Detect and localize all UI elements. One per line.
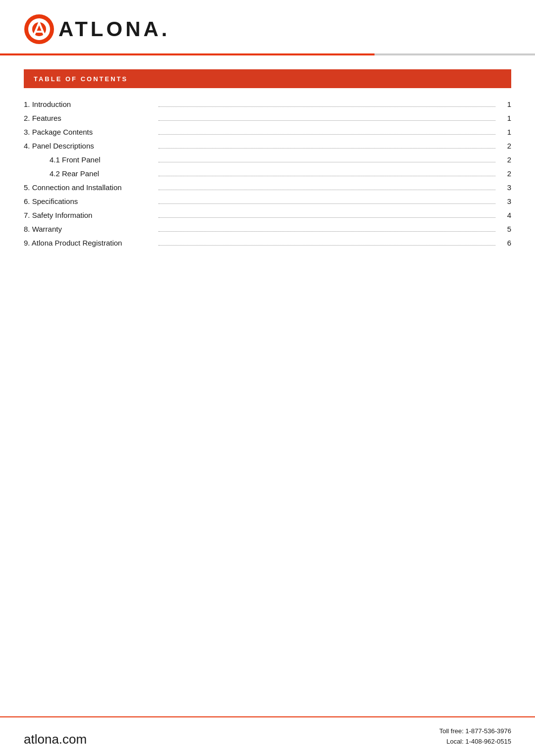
toc-row-3: 3. Package Contents 1 xyxy=(24,128,511,137)
toc-dots-8 xyxy=(159,231,495,232)
toc-page-3: 1 xyxy=(501,128,511,136)
toc-label-1: 1. Introduction xyxy=(24,100,153,108)
toc-dots-5 xyxy=(159,190,495,190)
toc-dots-7 xyxy=(159,217,495,218)
toc-dots-9 xyxy=(159,245,495,246)
toc-row-4: 4. Panel Descriptions 2 xyxy=(24,142,511,151)
toc-row-5: 5. Connection and Installation 3 xyxy=(24,183,511,192)
toc-page-4-2: 2 xyxy=(501,169,511,178)
logo-text: ATLONA. xyxy=(58,17,170,41)
toc-label-9: 9. Atlona Product Registration xyxy=(24,239,153,247)
toc-row-2: 2. Features 1 xyxy=(24,114,511,123)
toc-page-6: 3 xyxy=(501,197,511,205)
toc-label-4: 4. Panel Descriptions xyxy=(24,142,153,150)
toc-page-2: 1 xyxy=(501,114,511,122)
toc-row-7: 7. Safety Information 4 xyxy=(24,211,511,220)
toc-label-4-2: 4.2 Rear Panel xyxy=(24,169,153,178)
logo-container: ATLONA. xyxy=(24,14,170,45)
footer-local: Local: 1-408-962-0515 xyxy=(439,737,511,747)
toc-dots-4-1 xyxy=(159,162,495,162)
toc-dots-4 xyxy=(159,148,495,149)
toc-row-1: 1. Introduction 1 xyxy=(24,100,511,109)
toc-label-8: 8. Warranty xyxy=(24,225,153,233)
toc-page-5: 3 xyxy=(501,183,511,192)
toc-label-2: 2. Features xyxy=(24,114,153,122)
page-footer: atlona.com Toll free: 1-877-536-3976 Loc… xyxy=(0,716,535,756)
toc-page-4: 2 xyxy=(501,142,511,150)
toc-page-8: 5 xyxy=(501,225,511,233)
toc-page-9: 6 xyxy=(501,239,511,247)
toc-row-8: 8. Warranty 5 xyxy=(24,225,511,234)
toc-page-7: 4 xyxy=(501,211,511,219)
toc-label-6: 6. Specifications xyxy=(24,197,153,205)
toc-label-7: 7. Safety Information xyxy=(24,211,153,219)
footer-toll-free: Toll free: 1-877-536-3976 xyxy=(439,726,511,737)
page-header: ATLONA. xyxy=(0,0,535,53)
toc-label-4-1: 4.1 Front Panel xyxy=(24,155,153,164)
toc-dots-4-2 xyxy=(159,176,495,176)
footer-contact: Toll free: 1-877-536-3976 Local: 1-408-9… xyxy=(439,726,511,747)
toc-page-1: 1 xyxy=(501,100,511,108)
toc-dots-1 xyxy=(159,106,495,107)
toc-row-9: 9. Atlona Product Registration 6 xyxy=(24,239,511,248)
toc-row-4-2: 4.2 Rear Panel 2 xyxy=(24,169,511,178)
footer-website: atlona.com xyxy=(24,732,87,747)
toc-page-4-1: 2 xyxy=(501,155,511,164)
atlona-logo-icon xyxy=(24,14,54,45)
toc-row-4-1: 4.1 Front Panel 2 xyxy=(24,155,511,164)
toc-label-3: 3. Package Contents xyxy=(24,128,153,136)
toc-content: 1. Introduction 1 2. Features 1 3. Packa… xyxy=(0,92,535,716)
toc-title: TABLE OF CONTENTS xyxy=(34,75,128,83)
toc-dots-2 xyxy=(159,120,495,121)
toc-dots-6 xyxy=(159,203,495,204)
toc-label-5: 5. Connection and Installation xyxy=(24,183,153,192)
toc-header-bar: TABLE OF CONTENTS xyxy=(24,69,511,88)
header-divider xyxy=(0,53,535,55)
toc-row-6: 6. Specifications 3 xyxy=(24,197,511,206)
toc-dots-3 xyxy=(159,134,495,135)
